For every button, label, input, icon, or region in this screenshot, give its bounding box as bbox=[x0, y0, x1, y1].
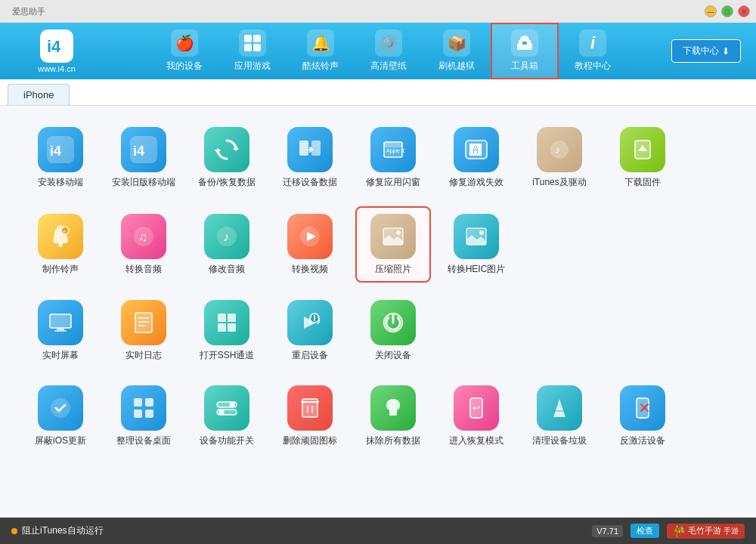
svg-marker-12 bbox=[233, 145, 239, 150]
svg-text:i4: i4 bbox=[50, 144, 61, 159]
tool-install-app[interactable]: i4 安装移动端 bbox=[23, 121, 98, 195]
tool-manage-desktop[interactable]: 整理设备桌面 bbox=[106, 379, 181, 453]
svg-rect-38 bbox=[50, 314, 71, 328]
svg-text:♪: ♪ bbox=[223, 230, 229, 243]
status-left: 阻止iTunes自动运行 bbox=[11, 524, 104, 537]
nav-item-ringtones[interactable]: 🔔 酷炫铃声 bbox=[287, 23, 355, 79]
fix-game-icon: 🅰 bbox=[454, 127, 499, 172]
tool-fix-app[interactable]: Apple ID 修复应用闪窗 bbox=[355, 121, 431, 195]
nav-item-wallpaper[interactable]: ⚙️ 高清壁纸 bbox=[355, 23, 423, 79]
tool-erase-all[interactable]: 抹除所有数据 bbox=[355, 379, 431, 453]
tool-recovery-mode[interactable]: ↩ 进入恢复模式 bbox=[438, 379, 514, 453]
nav-label-apps: 应用游戏 bbox=[234, 60, 271, 73]
convert-video-label: 转换视频 bbox=[292, 264, 328, 276]
nav-item-my-device[interactable]: 🍎 我的设备 bbox=[150, 23, 218, 79]
tool-row-2: + 制作铃声 ♫ 转换音频 ♪ 修改音频 bbox=[23, 206, 733, 283]
minimize-btn[interactable]: — bbox=[705, 5, 717, 17]
install-app-label: 安装移动端 bbox=[38, 177, 83, 189]
nav-items: 🍎 我的设备 应用游戏 🔔 酷炫铃声 ⚙️ 高清壁纸 bbox=[106, 23, 671, 79]
convert-audio-label: 转换音频 bbox=[125, 264, 162, 276]
svg-rect-7 bbox=[522, 42, 527, 45]
tool-shutdown[interactable]: 关闭设备 bbox=[355, 294, 431, 368]
svg-rect-40 bbox=[54, 330, 67, 332]
tool-delete-stubborn[interactable]: 删除顽固图标 bbox=[272, 379, 348, 453]
svg-rect-4 bbox=[244, 44, 252, 51]
backup-label: 备份/恢复数据 bbox=[198, 177, 255, 189]
nav-label-tutorial: 教程中心 bbox=[575, 60, 611, 73]
deactivate-icon: ❌ bbox=[620, 385, 665, 431]
svg-rect-57 bbox=[145, 410, 153, 418]
header: i4 www.i4.cn 🍎 我的设备 应用游戏 🔔 酷炫 bbox=[0, 23, 756, 79]
svg-rect-55 bbox=[145, 398, 153, 406]
realtime-screen-label: 实时屏幕 bbox=[42, 350, 79, 362]
nav-item-tutorial[interactable]: i 教程中心 bbox=[559, 23, 627, 79]
tool-clean-junk[interactable]: 清理设备垃圾 bbox=[522, 379, 597, 453]
download-icon: ⬇ bbox=[722, 46, 730, 57]
compress-photo-icon bbox=[370, 214, 416, 259]
nav-item-apps[interactable]: 应用游戏 bbox=[218, 23, 287, 79]
recovery-mode-label: 进入恢复模式 bbox=[449, 435, 503, 447]
realtime-screen-icon bbox=[38, 300, 83, 345]
clean-junk-label: 清理设备垃圾 bbox=[532, 435, 587, 447]
block-update-icon bbox=[38, 385, 83, 431]
edit-audio-icon: ♪ bbox=[204, 214, 249, 259]
ringtones-icon: 🔔 bbox=[307, 29, 334, 57]
statusbar: 阻止iTunes自动运行 V7.71 检查 🎋 毛竹手游 手游 bbox=[0, 518, 756, 544]
tool-firmware[interactable]: 下载固件 bbox=[605, 121, 680, 195]
tool-convert-audio[interactable]: ♫ 转换音频 bbox=[106, 206, 181, 283]
tool-install-old[interactable]: i4 安装旧版移动端 bbox=[106, 121, 181, 195]
toggle-feature-label: 设备功能开关 bbox=[200, 435, 254, 447]
svg-text:🅰: 🅰 bbox=[469, 144, 482, 156]
tab-iphone[interactable]: iPhone bbox=[8, 84, 70, 105]
nav-item-jailbreak[interactable]: 📦 刷机越狱 bbox=[423, 23, 491, 79]
tool-realtime-log[interactable]: 实时日志 bbox=[106, 294, 181, 368]
titlebar: 爱思助手 — □ ✕ bbox=[0, 0, 756, 23]
tool-fix-game[interactable]: 🅰 修复游戏失效 bbox=[438, 121, 514, 195]
logo-area: i4 www.i4.cn bbox=[8, 29, 106, 73]
svg-text:♪: ♪ bbox=[555, 144, 560, 156]
logo-icon: i4 bbox=[40, 29, 73, 63]
status-indicator bbox=[11, 528, 17, 534]
convert-video-icon bbox=[287, 214, 333, 259]
svg-point-53 bbox=[51, 398, 70, 418]
tool-reboot[interactable]: 重启设备 bbox=[272, 294, 348, 368]
manage-desktop-icon bbox=[121, 385, 166, 431]
tool-ringtone[interactable]: + 制作铃声 bbox=[23, 206, 98, 283]
svg-rect-39 bbox=[57, 328, 64, 330]
tool-block-update[interactable]: 屏蔽iOS更新 bbox=[23, 379, 98, 453]
tool-convert-video[interactable]: 转换视频 bbox=[272, 206, 348, 283]
close-btn[interactable]: ✕ bbox=[738, 5, 750, 17]
svg-rect-47 bbox=[218, 323, 226, 332]
migrate-label: 迁移设备数据 bbox=[283, 177, 337, 189]
my-device-icon: 🍎 bbox=[171, 29, 198, 57]
block-update-label: 屏蔽iOS更新 bbox=[35, 435, 86, 447]
tool-itunes[interactable]: ♪ iTunes及驱动 bbox=[522, 121, 597, 195]
backup-icon bbox=[204, 127, 249, 172]
logo-url: www.i4.cn bbox=[38, 64, 76, 73]
tool-convert-heic[interactable]: 转换HEIC图片 bbox=[438, 206, 514, 283]
svg-text:♫: ♫ bbox=[138, 230, 147, 243]
download-btn[interactable]: 下载中心 ⬇ bbox=[671, 39, 741, 63]
tool-toggle-feature[interactable]: 设备功能开关 bbox=[189, 379, 265, 453]
firmware-label: 下载固件 bbox=[624, 177, 661, 189]
itunes-icon: ♪ bbox=[537, 127, 582, 172]
svg-rect-15 bbox=[311, 141, 321, 156]
tool-migrate[interactable]: 迁移设备数据 bbox=[272, 121, 348, 195]
svg-rect-2 bbox=[244, 35, 252, 42]
reboot-icon bbox=[287, 300, 333, 345]
tool-realtime-screen[interactable]: 实时屏幕 bbox=[23, 294, 98, 368]
tool-compress-photo[interactable]: 压缩照片 bbox=[355, 206, 431, 283]
fix-game-label: 修复游戏失效 bbox=[449, 177, 503, 189]
svg-rect-54 bbox=[134, 398, 142, 406]
tool-backup[interactable]: 备份/恢复数据 bbox=[189, 121, 265, 195]
tool-ssh[interactable]: 打开SSH通道 bbox=[189, 294, 265, 368]
tool-deactivate[interactable]: ❌ 反激活设备 bbox=[605, 379, 680, 453]
tool-edit-audio[interactable]: ♪ 修改音频 bbox=[189, 206, 265, 283]
maximize-btn[interactable]: □ bbox=[721, 5, 733, 17]
nav-label-my-device: 我的设备 bbox=[166, 60, 203, 73]
erase-all-label: 抹除所有数据 bbox=[366, 435, 420, 447]
svg-rect-3 bbox=[253, 35, 261, 42]
check-btn[interactable]: 检查 bbox=[631, 524, 659, 538]
nav-item-toolbox[interactable]: 工具箱 bbox=[491, 23, 559, 79]
svg-point-35 bbox=[396, 230, 401, 235]
